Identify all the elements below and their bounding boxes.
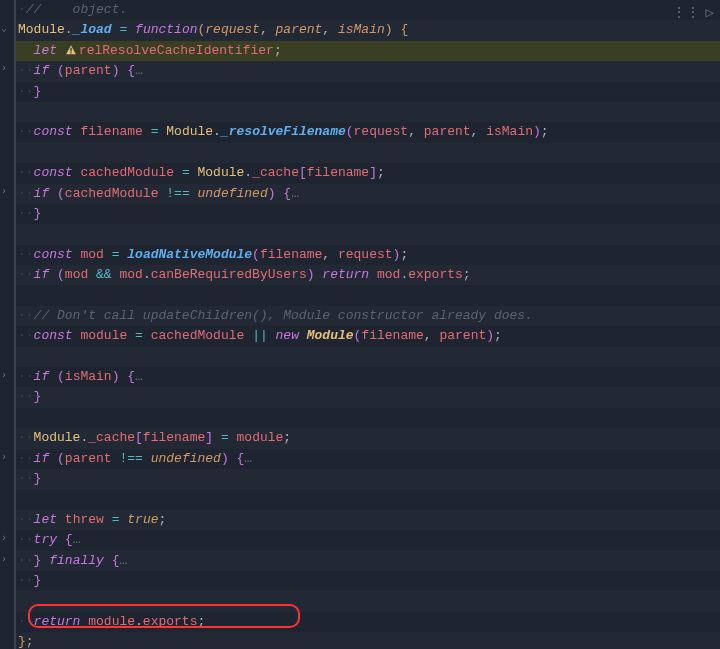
- blank-line: [16, 591, 720, 611]
- code-line: ··try {…: [16, 530, 720, 550]
- fold-chevron-icon[interactable]: ⌄: [1, 22, 7, 34]
- blank-line: [16, 143, 720, 163]
- code-editor: ⌄ › › › › › › ·// object. Module._load =…: [0, 0, 720, 649]
- warn-icon: [65, 44, 77, 56]
- fold-chevron-icon[interactable]: ›: [1, 533, 7, 544]
- code-line: ··}: [16, 82, 720, 102]
- code-line: Module._load = function(request, parent,…: [16, 20, 720, 40]
- code-line: ··if (parent !== undefined) {…: [16, 449, 720, 469]
- highlighted-line: ··let relResolveCacheIdentifier;: [16, 41, 720, 61]
- code-line: ··}: [16, 469, 720, 489]
- code-line: ··if (cachedModule !== undefined) {…: [16, 184, 720, 204]
- code-line: ··const cachedModule = Module._cache[fil…: [16, 163, 720, 183]
- code-line: ··}: [16, 387, 720, 407]
- code-line: ··return module.exports;: [16, 612, 720, 632]
- code-text: // object.: [26, 2, 127, 17]
- blank-line: [16, 489, 720, 509]
- code-line: };: [16, 632, 720, 649]
- blank-line: [16, 102, 720, 122]
- fold-gutter: ⌄ › › › › › ›: [0, 0, 14, 649]
- fold-chevron-icon[interactable]: ›: [1, 186, 7, 197]
- fold-chevron-icon[interactable]: ›: [1, 452, 7, 463]
- code-line: ··const filename = Module._resolveFilena…: [16, 122, 720, 142]
- code-line: ··if (parent) {…: [16, 61, 720, 81]
- code-line: ··const mod = loadNativeModule(filename,…: [16, 245, 720, 265]
- editor-toolbar: ⋮⋮ ▷: [672, 4, 714, 21]
- blank-line: [16, 347, 720, 367]
- blank-line: [16, 285, 720, 305]
- blank-line: [16, 408, 720, 428]
- code-line: ··Module._cache[filename] = module;: [16, 428, 720, 448]
- code-line: ··}: [16, 571, 720, 591]
- drag-handle-icon[interactable]: ⋮⋮: [672, 4, 700, 21]
- fold-chevron-icon[interactable]: ›: [1, 554, 7, 565]
- svg-rect-0: [70, 48, 71, 52]
- code-line: ··}: [16, 204, 720, 224]
- code-line: ··let threw = true;: [16, 510, 720, 530]
- code-line: ··const module = cachedModule || new Mod…: [16, 326, 720, 346]
- code-line: ··// Don't call updateChildren(), Module…: [16, 306, 720, 326]
- svg-rect-1: [70, 53, 71, 54]
- code-line: ··} finally {…: [16, 551, 720, 571]
- code-line: ··if (mod && mod.canBeRequiredByUsers) r…: [16, 265, 720, 285]
- fold-chevron-icon[interactable]: ›: [1, 63, 7, 74]
- run-icon[interactable]: ▷: [706, 4, 714, 21]
- blank-line: [16, 224, 720, 244]
- fold-chevron-icon[interactable]: ›: [1, 370, 7, 381]
- code-content[interactable]: ·// object. Module._load = function(requ…: [14, 0, 720, 649]
- code-line: ··if (isMain) {…: [16, 367, 720, 387]
